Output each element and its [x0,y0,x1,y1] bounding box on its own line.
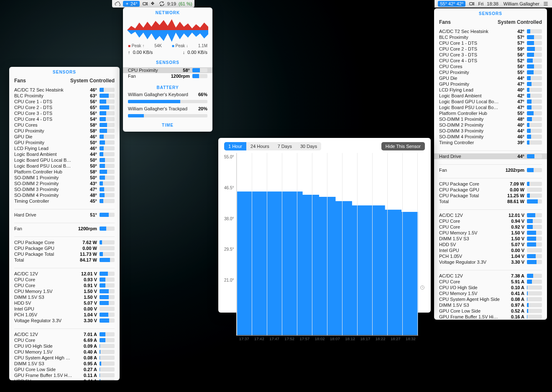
temps-pill[interactable]: 55° 42° 42° [438,1,465,7]
sensor-row[interactable]: CPU Package GPU0.00 W [14,245,115,251]
sensor-row[interactable]: Platform Controller Hub55° [439,110,542,116]
sensor-row[interactable]: LCD Flying Lead46° [14,145,115,151]
weather-pill[interactable]: 24° [123,1,140,7]
sensor-row[interactable]: CPU Cores56° [439,64,542,69]
sensor-row[interactable]: AC/DC 12V7.38 A [439,273,542,279]
sensor-row[interactable]: GPU Proximity47° [439,81,542,87]
sensor-row[interactable]: Logic Board PSU Local Board50° [14,163,115,169]
segment-24-hours[interactable]: 24 Hours [246,142,273,150]
segment-7-days[interactable]: 7 Days [273,142,296,150]
sensor-row[interactable]: CPU Core 4 - DTS52° [439,58,542,64]
sensor-row[interactable]: CPU Core0.92 V [439,224,542,230]
sensor-row[interactable]: LCD Flying Lead40° [439,87,542,93]
sensor-row[interactable]: SO-DIMM 4 Proximity46° [439,134,542,140]
sensor-row[interactable]: HDD 5V5.07 V [14,300,115,306]
camera-icon-right[interactable] [469,1,475,7]
sensor-row[interactable]: Intel GPU0.00 V [14,306,115,312]
sensor-row[interactable]: SO-DIMM 4 Proximity48° [14,192,115,198]
sensor-row[interactable]: CPU Memory 1.5V1.50 V [439,230,542,236]
sensor-row[interactable]: CPU Core 1 - DTS57° [439,40,542,46]
sensor-row[interactable]: GPU Die44° [439,75,542,81]
sensor-row[interactable]: SO-DIMM 1 Proximity50° [14,175,115,181]
sensor-row[interactable]: Voltage Regulator 3.3V3.30 V [14,318,115,323]
sensor-row[interactable]: Logic Board PSU Local Board47° [439,104,542,110]
sensor-row[interactable]: GPU Frame Buffer 1.5V High Side0.11 A [14,372,115,378]
sensor-row[interactable]: SO-DIMM 2 Proximity40° [439,122,542,128]
sensor-row[interactable]: AC/DC T2 Sec Heatsink46° [14,87,115,93]
dropbox-icon[interactable]: ❖ [151,1,156,7]
sensor-row[interactable]: CPU Package Core7.09 W [439,181,542,187]
sync-icon[interactable] [159,1,165,7]
sensor-row[interactable]: Timing Controller39° [439,140,542,145]
sensor-row[interactable]: Logic Board Ambient42° [439,93,542,99]
sensor-row[interactable]: GPU Proximity50° [14,140,115,145]
sensor-row[interactable]: SO-DIMM 2 Proximity43° [14,181,115,186]
sensor-row[interactable]: CPU Package Total11.73 W [14,251,115,257]
sensor-row[interactable]: CPU Proximity58° [123,67,212,73]
left-sensors-panel[interactable]: SENSORS Fans System Controlled AC/DC T2 … [9,67,120,380]
sensor-row[interactable]: CPU Package Core7.62 W [14,239,115,245]
segment-1-hour[interactable]: 1 Hour [224,142,246,150]
sensor-row[interactable]: GPU Frame Buffer 1.5V High Side0.16 A [439,314,542,320]
sensor-row[interactable]: Fan1200rpm [128,73,207,79]
sensor-row[interactable]: BLC Proximity63° [14,93,115,99]
sensor-row[interactable]: AC/DC 12V12.01 V [14,271,115,277]
sensor-row[interactable]: Logic Board GPU Local Board50° [14,157,115,163]
sensor-row[interactable]: HDD 5V5.07 V [439,242,542,247]
sensor-row[interactable]: Fan1202rpm [439,167,542,173]
sensor-row[interactable]: CPU Core 1 - DTS56° [14,99,115,104]
sensor-row[interactable]: AC/DC 12V7.01 A [14,331,115,337]
sensor-row[interactable]: CPU Memory 1.5V0.41 A [439,290,542,296]
sensor-row[interactable]: GPU Core Low Side0.27 A [14,367,115,372]
sensor-row[interactable]: Hard Drive51° [14,212,115,218]
sensor-row[interactable]: Logic Board Ambient44° [14,151,115,157]
sensor-row[interactable]: CPU Core0.94 V [439,218,542,224]
sensor-row[interactable]: CPU Core0.91 V [14,283,115,288]
sensor-row[interactable]: AC/DC T2 Sec Heatsink42° [439,28,542,34]
hide-sensor-button[interactable]: Hide This Sensor [381,142,425,150]
sensor-row[interactable]: SO-DIMM 3 Proximity44° [439,128,542,134]
sensor-row[interactable]: Total88.61 W [439,199,542,204]
sensor-row[interactable]: CPU Package GPU0.00 W [439,187,542,193]
sensor-row[interactable]: Fan1200rpm [14,226,115,232]
sensor-row[interactable]: CPU Proximity55° [439,69,542,75]
sensor-row[interactable]: CPU I/O High Side0.10 A [439,285,542,290]
sensor-row[interactable]: CPU System Agent High Side0.08 A [439,296,542,302]
list-icon[interactable] [543,1,549,7]
sensor-row[interactable]: Logic Board GPU Local Board47° [439,99,542,104]
sensor-row[interactable]: DIMM 1.5V S30.97 A [439,302,542,308]
sensor-row[interactable]: CPU Core6.69 A [14,337,115,343]
sensor-row[interactable]: CPU Core 3 - DTS56° [439,52,542,58]
sensor-row[interactable]: AC/DC 12V12.01 V [439,212,542,218]
sensor-row[interactable]: HDD 5V0.44 A [14,378,115,380]
sensor-row[interactable]: CPU Core5.91 A [439,279,542,285]
sensor-row[interactable]: CPU Memory 1.5V1.50 V [14,288,115,294]
sensor-row[interactable]: Platform Controller Hub58° [14,169,115,175]
sensor-row[interactable]: SO-DIMM 3 Proximity47° [14,186,115,192]
sensor-row[interactable]: Intel GPU0.00 V [439,247,542,253]
sensor-row[interactable]: CPU Proximity58° [14,128,115,134]
sensor-row[interactable]: DIMM 1.5V S31.50 V [439,236,542,242]
camera-icon[interactable] [142,1,148,7]
sensor-row[interactable]: Voltage Regulator 3.3V3.30 V [439,259,542,265]
sensor-row[interactable]: GPU Die46° [14,134,115,140]
sensor-row[interactable]: CPU Package Total11.25 W [439,193,542,199]
sensor-row[interactable]: CPU Core0.93 V [14,277,115,283]
sensor-row[interactable]: Total84.17 W [14,257,115,263]
center-panel[interactable]: NETWORK ■ Peak ↑ 54K ■ Peak ↓ 1.1M ↑ 0.0… [123,8,212,132]
sensor-row[interactable]: CPU I/O High Side0.09 A [14,343,115,349]
sensor-row[interactable]: CPU Cores58° [14,122,115,128]
sensor-row[interactable]: CPU Core 2 - DTS65° [14,104,115,110]
sensor-row[interactable]: PCH 1.05V1.04 V [439,253,542,259]
sensor-row[interactable]: CPU System Agent High Side0.08 A [14,355,115,361]
sensor-row[interactable]: DIMM 1.5V S31.50 V [14,294,115,300]
sensor-row[interactable]: PCH 1.05V1.04 V [14,312,115,318]
sensor-row[interactable]: CPU Core 3 - DTS56° [14,110,115,116]
sensor-row[interactable]: CPU Memory 1.5V0.40 A [14,349,115,355]
sensor-row[interactable]: CPU Core 2 - DTS59° [439,46,542,52]
right-sensors-panel[interactable]: SENSORS Fans System Controlled AC/DC T2 … [434,8,547,320]
sensor-row[interactable]: Hard Drive44° [434,153,547,159]
sensor-row[interactable]: GPU Core Low Side0.52 A [439,308,542,314]
menubar-user[interactable]: William Gallagher [503,1,539,6]
sensor-row[interactable]: Timing Controller45° [14,198,115,204]
